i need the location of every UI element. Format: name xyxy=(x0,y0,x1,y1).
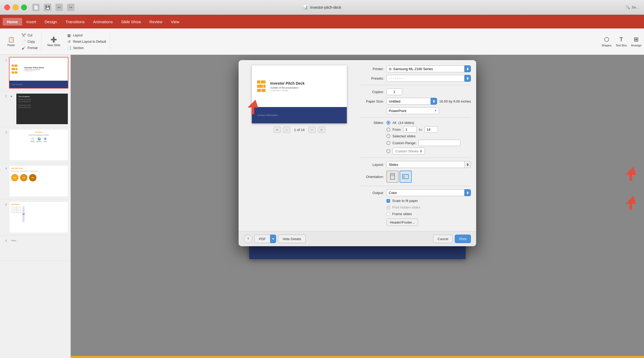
slide-item-6[interactable]: 6 Press... xyxy=(0,235,70,261)
dialog-settings: Printer: ⊙ Samsung ML-2160 Series xyxy=(360,65,471,226)
preview-bottom: Contact Information xyxy=(252,107,347,123)
new-slide-icon: ➕ xyxy=(50,36,57,43)
custom-shows-button[interactable]: Custom Shows xyxy=(392,148,425,154)
shapes-button[interactable]: ⬡ Shapes xyxy=(602,36,611,47)
slides-custom-range-radio[interactable] xyxy=(386,141,390,145)
stepper-down-icon xyxy=(420,151,422,153)
new-slide-button[interactable]: ➕ New Slide xyxy=(45,35,63,48)
slides-custom-range-input[interactable] xyxy=(418,140,461,146)
frame-checkbox[interactable] xyxy=(386,212,390,216)
close-button[interactable] xyxy=(4,4,10,10)
copy-button[interactable]: 📄 Copy xyxy=(20,39,39,45)
document-icon[interactable]: 📄 xyxy=(32,4,40,11)
presets-select[interactable]: •••••••• xyxy=(386,75,471,82)
print-hidden-row: Print hidden slides xyxy=(360,205,471,209)
slide-thumb-4[interactable]: Edit title here Edit text hereEdit text … xyxy=(9,165,68,197)
menu-insert[interactable]: Insert xyxy=(22,18,41,26)
slide-thumb-5[interactable]: US Reach You can add this text You can a… xyxy=(9,201,68,233)
save-icon[interactable]: 💾 xyxy=(44,4,51,11)
redo-icon[interactable]: ↪ xyxy=(67,4,74,11)
scale-checkbox[interactable] xyxy=(386,199,390,203)
help-button[interactable]: ? xyxy=(244,235,252,243)
slide-thumb-3[interactable]: Solution A brief line describing your so… xyxy=(9,129,68,161)
printer-select[interactable]: ⊙ Samsung ML-2160 Series xyxy=(386,65,471,72)
undo-icon[interactable]: ↩ xyxy=(55,4,63,11)
pdf-arrow-button[interactable] xyxy=(270,235,276,243)
dialog-footer: ? PDF Hide Details Cancel xyxy=(239,231,476,246)
titlebar-icons: 📄 💾 ↩ ↪ xyxy=(32,4,74,11)
text-box-icon: T xyxy=(619,36,623,43)
format-button[interactable]: 🖌 Format xyxy=(20,45,39,51)
output-select[interactable]: Color xyxy=(386,189,471,196)
menu-slide-show[interactable]: Slide Show xyxy=(117,18,145,26)
layout-select[interactable]: Slides xyxy=(386,161,471,168)
slides-from-radio[interactable] xyxy=(386,128,390,132)
paper-size-row: Paper Size: Untitled 16.00 by 9.00 in xyxy=(360,98,471,105)
slide-item-1[interactable]: 1 xyxy=(0,55,70,91)
dialog-preview-area: Investor Pitch Deck Subtitle of the pres… xyxy=(244,65,355,226)
pdf-button-group: PDF xyxy=(254,235,276,243)
cut-button[interactable]: ✂️ Cut xyxy=(20,32,39,38)
toolbar-group-paste: 📋 Paste ✂️ Cut 📄 Copy 🖌 Format xyxy=(3,32,41,51)
slide-item-4[interactable]: 4 Edit title here Edit text hereEdit tex… xyxy=(0,163,70,199)
layout-arrow[interactable] xyxy=(465,161,471,168)
maximize-button[interactable] xyxy=(21,4,27,10)
arrange-button[interactable]: ⊞ Arrange xyxy=(631,36,641,47)
slides-all-row: Slides: All (14 slides) xyxy=(360,121,471,125)
layout-button[interactable]: ▦ Layout xyxy=(65,32,108,38)
layout-icon: ▦ xyxy=(67,33,72,37)
canvas-area: Investor Pitch Deck Subtitle of the pres… xyxy=(71,55,644,358)
nav-next-button[interactable]: › xyxy=(308,127,316,133)
printer-arrow[interactable] xyxy=(465,65,471,72)
paper-size-select[interactable]: Untitled xyxy=(386,98,437,105)
toolbar-right: ⬡ Shapes T Text Box ⊞ Arrange xyxy=(602,36,641,47)
paper-size-arrow[interactable] xyxy=(431,98,437,105)
slide-item-3[interactable]: 3 Solution A brief line describing your … xyxy=(0,127,70,163)
slides-custom-shows-row: Custom Shows xyxy=(360,148,471,154)
menu-animations[interactable]: Animations xyxy=(89,18,117,26)
landscape-button[interactable] xyxy=(400,171,412,183)
slides-from-input[interactable] xyxy=(404,126,417,133)
copies-input[interactable] xyxy=(386,88,402,95)
slide-thumb-1[interactable]: Investor Pitch Deck Subtitle of the pres… xyxy=(9,57,68,89)
cancel-button[interactable]: Cancel xyxy=(433,235,453,243)
slides-selected-radio[interactable] xyxy=(386,134,390,138)
output-control: Color xyxy=(386,189,471,196)
slide-number-4: 4 xyxy=(2,165,7,170)
powerpoint-select[interactable]: PowerPoint ▼ xyxy=(386,107,439,114)
text-box-button[interactable]: T Text Box xyxy=(616,36,627,47)
menu-transitions[interactable]: Transitions xyxy=(61,18,89,26)
nav-prev-button[interactable]: ‹ xyxy=(283,127,290,133)
header-footer-button[interactable]: Header/Footer... xyxy=(386,219,418,226)
slide-thumb-6[interactable]: Press... xyxy=(9,238,68,259)
slides-all-radio[interactable] xyxy=(386,121,390,125)
arrange-icon: ⊞ xyxy=(634,36,638,43)
slide-thumb-2[interactable]: The Problem Describe the problem you can… xyxy=(16,93,68,125)
paste-label: Paste xyxy=(7,43,15,47)
reset-layout-button[interactable]: ↺ Reset Layout to Default xyxy=(65,39,108,45)
portrait-button[interactable] xyxy=(386,171,399,183)
paste-button[interactable]: 📋 Paste xyxy=(5,35,17,48)
titlebar-search[interactable]: 🔍 Se... xyxy=(626,5,639,9)
slides-to-input[interactable] xyxy=(425,126,438,133)
file-name: investor-pitch-deck xyxy=(310,5,341,9)
print-button[interactable]: Print xyxy=(455,235,471,243)
titlebar: 📄 💾 ↩ ↪ 📊 investor-pitch-deck 🔍 Se... xyxy=(0,0,644,15)
minimize-button[interactable] xyxy=(13,4,18,10)
slide-item-2[interactable]: 2 ★ The Problem Describe the problem you… xyxy=(0,91,70,127)
menu-view[interactable]: View xyxy=(167,18,183,26)
nav-last-button[interactable]: » xyxy=(318,127,325,133)
output-arrow[interactable] xyxy=(465,189,471,196)
pdf-button[interactable]: PDF xyxy=(254,235,270,243)
slides-custom-range-row: Custom Range: xyxy=(360,140,471,146)
section-icon: 📑 xyxy=(67,46,72,50)
menu-review[interactable]: Review xyxy=(145,18,167,26)
slide-item-5[interactable]: 5 US Reach You can add this text You can… xyxy=(0,199,70,235)
nav-first-button[interactable]: « xyxy=(273,127,281,133)
presets-arrow[interactable] xyxy=(465,75,471,82)
hide-details-button[interactable]: Hide Details xyxy=(278,235,306,243)
menu-design[interactable]: Design xyxy=(40,18,61,26)
slides-custom-shows-radio[interactable] xyxy=(386,149,390,153)
section-button[interactable]: 📑 Section xyxy=(65,45,108,51)
menu-home[interactable]: Home xyxy=(3,18,22,26)
